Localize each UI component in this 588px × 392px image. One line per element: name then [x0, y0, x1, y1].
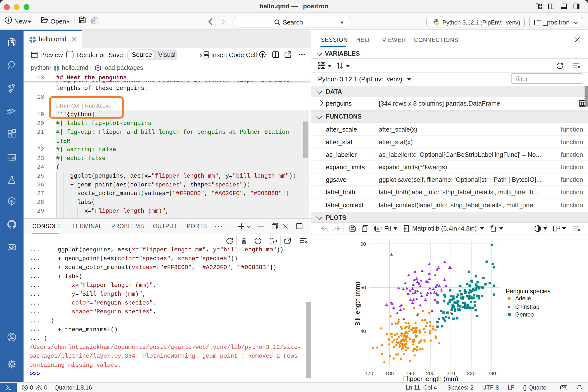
- svg-text:Penguin species: Penguin species: [506, 288, 550, 294]
- svg-text:40: 40: [360, 328, 366, 334]
- svg-text:Bill length (mm): Bill length (mm): [354, 282, 361, 326]
- svg-text:230: 230: [487, 370, 496, 376]
- svg-text:Flipper length (mm): Flipper length (mm): [403, 375, 458, 382]
- svg-text:50: 50: [360, 285, 366, 290]
- svg-text:220: 220: [467, 370, 476, 376]
- svg-text:180: 180: [385, 370, 394, 376]
- svg-text:c: c: [270, 240, 271, 244]
- svg-text:Adelie: Adelie: [515, 295, 531, 302]
- svg-text:Gentoo: Gentoo: [515, 312, 534, 318]
- svg-text:170: 170: [364, 370, 373, 376]
- svg-text:Chinstrap: Chinstrap: [515, 304, 539, 310]
- svg-text:60: 60: [360, 241, 366, 247]
